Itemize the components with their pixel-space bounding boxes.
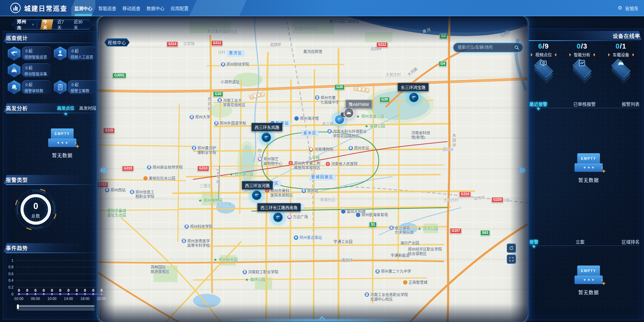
dashboard-screen: 古荥镇 马村 丰乐农庄 花园口村社区 [0, 0, 644, 322]
arrow-right-icon [608, 53, 611, 56]
case-file-icon [53, 80, 67, 94]
platform-icon [528, 59, 559, 77]
map-point-badge[interactable]: 豫A6P56W [345, 100, 372, 108]
svg-text:0: 0 [100, 288, 103, 292]
device-stat-label: 视频点位 [535, 52, 552, 58]
stat-label: 视频智能巡查 [24, 54, 50, 60]
svg-text:02:00: 02:00 [14, 297, 23, 301]
svg-text:0: 0 [34, 288, 36, 292]
map-marker[interactable] [409, 92, 419, 103]
stat-label: 视频人工巡查 [71, 54, 96, 60]
cctv-icon [7, 46, 21, 60]
map-roads [97, 15, 528, 322]
carousel-right-arrow[interactable]: » [519, 163, 526, 175]
time-range-tab[interactable]: 近7天 [54, 18, 70, 31]
alarm-tab[interactable]: 报警列表 [622, 101, 640, 107]
nav-item[interactable]: 数据中心 [143, 0, 168, 16]
svg-text:1: 1 [11, 258, 13, 262]
alarm-total-value: 0 [8, 201, 63, 211]
map-point-badge[interactable]: 西三环汝河路 [242, 181, 273, 190]
user-name[interactable]: 安旭东 [625, 5, 638, 11]
alarm-tab[interactable]: 最近报警 [529, 101, 547, 107]
arrow-left-icon [592, 53, 595, 56]
nav-item[interactable]: 应用配置 [168, 0, 192, 16]
rank-empty: EMPTY 暂无数据 [568, 264, 609, 295]
stat-label: 移动智能采集 [24, 71, 50, 76]
map-point-badge[interactable]: 东三环鸿宝路 [398, 83, 429, 92]
svg-text:0.2: 0.2 [8, 285, 13, 289]
stat-value: 0起 [24, 81, 50, 87]
svg-text:0: 0 [67, 288, 69, 292]
alarm-tab[interactable]: 已审核报警 [573, 101, 595, 107]
section-title-event-trend: 事件趋势 [6, 244, 28, 251]
high-incidence-tab[interactable]: 高发点位 [57, 105, 74, 111]
map-canvas[interactable]: 古荥镇 马村 丰乐农庄 花园口村社区 [97, 15, 528, 322]
high-incidence-tab[interactable]: 高发时段 [79, 105, 96, 111]
rank-tab[interactable]: 立案 [576, 238, 584, 245]
map-marker[interactable] [344, 108, 354, 118]
search-icon[interactable] [514, 45, 519, 50]
svg-text:0: 0 [51, 288, 53, 292]
filter-bar: 郑州市 ∨ 今天近7天近30天 [11, 19, 94, 30]
svg-text:0: 0 [84, 288, 86, 292]
camera-icon [273, 212, 283, 222]
patrol-stat-item: 0起 报警审核数 [7, 80, 51, 95]
nav-item[interactable]: 智能巡查 [95, 0, 119, 16]
map-marker[interactable] [251, 190, 262, 200]
map-point-badge[interactable]: 西三环长江路西南角 [257, 203, 301, 212]
device-stat-value: 0/3 [564, 42, 600, 50]
stat-value: 0起 [71, 81, 96, 87]
patrol-car-icon [7, 63, 21, 77]
nav-item[interactable]: 监测中心 [71, 0, 95, 16]
patrol-stat-item: 0起 视频智能巡查 [7, 46, 51, 61]
video-center-button[interactable]: 视频中心 [104, 38, 130, 46]
device-stat: 6/9 视频点位 [525, 42, 562, 77]
map-point-badge[interactable]: 西三环东风路 [251, 123, 282, 132]
alarm-total-label: 总数 [8, 213, 63, 219]
rank-tab[interactable]: 报警 [529, 238, 538, 245]
map-marker[interactable] [261, 132, 271, 143]
svg-text:0: 0 [26, 288, 28, 292]
stat-value: 0起 [24, 64, 50, 71]
app-logo-icon [10, 3, 21, 13]
video-point-icon [540, 59, 547, 67]
empty-text: 暂无数据 [568, 289, 609, 295]
divider [37, 22, 37, 27]
high-incidence-empty: EMPTY 暂无数据 [42, 127, 83, 158]
rank-tab[interactable]: 区域排名 [622, 238, 640, 245]
section-title-high-incidence: 高发分析 [6, 104, 28, 112]
svg-text:0: 0 [59, 288, 61, 292]
carousel-left-arrow[interactable]: « [100, 163, 106, 175]
refresh-icon [509, 246, 514, 251]
fullscreen-button[interactable] [507, 255, 516, 264]
time-range-tab[interactable]: 近30天 [71, 18, 88, 31]
alarm-check-icon [7, 80, 21, 94]
stat-label: 报警立案数 [71, 88, 96, 93]
alarm-type-gauge: 0 总数 [8, 188, 63, 233]
patrol-stat-item: 0起 报警立案数 [53, 80, 97, 95]
trend-zoom-slider[interactable] [17, 305, 95, 311]
city-select[interactable]: 郑州市 ∨ [17, 18, 34, 31]
gear-icon[interactable]: ⚙ [618, 5, 622, 11]
arrow-left-icon [631, 53, 634, 56]
svg-text:06:00: 06:00 [31, 297, 40, 301]
time-range-tab[interactable]: 今天 [40, 18, 54, 31]
right-panel: 设备在线率 6/9 视频点位 0/3 智能分 [526, 28, 643, 320]
device-stat-value: 6/9 [525, 42, 562, 50]
device-stat-label: 车载设备 [613, 52, 629, 58]
section-title-alarm-type: 报警类型 [6, 176, 28, 183]
svg-text:0: 0 [11, 292, 13, 296]
svg-text:0.8: 0.8 [8, 265, 13, 269]
svg-text:14:00: 14:00 [64, 297, 73, 301]
section-title-device-online: 设备在线率 [613, 32, 640, 39]
map-search[interactable] [453, 43, 523, 52]
empty-box-icon: EMPTY [574, 152, 603, 173]
app-title: 城建日常巡查 [24, 3, 67, 13]
slider-handle[interactable] [17, 304, 19, 309]
map-marker[interactable] [273, 212, 283, 222]
camera-icon [409, 92, 419, 103]
search-input[interactable] [457, 45, 512, 50]
patrol-stat-item: 0起 视频人工巡查 [53, 46, 97, 61]
nav-item[interactable]: 移动巡查 [119, 0, 143, 16]
refresh-button[interactable] [507, 243, 516, 253]
